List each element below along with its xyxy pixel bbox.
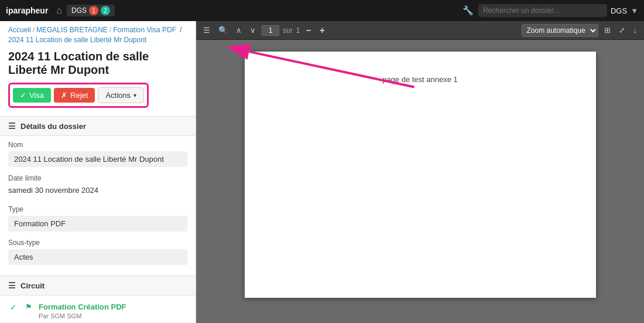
pdf-page-down[interactable]: ∨ (248, 25, 258, 36)
actions-button[interactable]: Actions ▾ (98, 87, 144, 103)
brand-label: iparapheur (6, 6, 48, 15)
actions-highlight-box: ✓ Visa ✗ Rejet Actions ▾ (8, 83, 149, 108)
pdf-zoom-minus[interactable]: − (303, 24, 313, 37)
pdf-zoom-select[interactable]: Zoom automatique 50% 75% 100% 125% 150% … (522, 24, 598, 37)
main-layout: Accueil / MEGALIS BRETAGNE / Formation V… (0, 21, 644, 323)
circuit-list: ✓ ⚑ Formation Création PDF Par SGM SGM L… (0, 295, 196, 323)
circuit-section-header: ☰ Circuit (0, 276, 196, 295)
circuit-item-0-sub2: Le 11 nov. 2024, 11:11:08 (39, 321, 126, 324)
breadcrumb: Accueil / MEGALIS BRETAGNE / Formation V… (0, 21, 196, 46)
breadcrumb-accueil[interactable]: Accueil (8, 26, 31, 34)
page-title: 2024 11 Location de salle Liberté Mr Dup… (0, 46, 196, 83)
type-value: Formation PDF (8, 216, 187, 232)
dgs-badge-label: DGS (71, 6, 87, 15)
wrench-icon[interactable]: 🔧 (463, 5, 474, 16)
actions-caret-icon: ▾ (133, 92, 136, 98)
date-label: Date limite (8, 174, 187, 182)
rejet-label: Rejet (70, 91, 88, 100)
pdf-page-up[interactable]: ∧ (234, 25, 244, 36)
circuit-item-0-sub1: Par SGM SGM (39, 311, 126, 321)
pdf-page: page de test annexe 1 (245, 52, 596, 298)
pdf-toolbar: ☰ 🔍 ∧ ∨ sur 1 − + Zoom automatique 50% 7… (196, 21, 644, 40)
breadcrumb-sep-1: / (33, 26, 35, 34)
circuit-item-0-content: Formation Création PDF Par SGM SGM Le 11… (39, 302, 126, 323)
breadcrumb-sep-3: / (180, 26, 181, 34)
left-panel: Accueil / MEGALIS BRETAGNE / Formation V… (0, 21, 196, 323)
topbar-right: DGS ▼ (478, 4, 638, 17)
soustype-value: Actes (8, 249, 187, 265)
details-section-title: Détails du dossier (20, 122, 86, 131)
pdf-zoom-plus[interactable]: + (317, 24, 327, 37)
notification-badge-teal: 2 (101, 6, 110, 15)
rejet-button[interactable]: ✗ Rejet (54, 88, 95, 103)
pdf-content-area: page de test annexe 1 (196, 40, 644, 323)
search-input[interactable] (478, 4, 607, 17)
type-label: Type (8, 205, 187, 213)
pdf-sidebar-toggle[interactable]: ☰ (201, 25, 213, 36)
soustype-field-group: Sous-type Actes (0, 234, 196, 267)
dgs-user-label: DGS (611, 6, 627, 15)
notification-badge-red: 1 (89, 6, 98, 15)
action-buttons-area: ✓ Visa ✗ Rejet Actions ▾ (0, 83, 196, 116)
details-section-icon: ☰ (8, 121, 16, 131)
pdf-download[interactable]: ↓ (631, 25, 640, 36)
breadcrumb-megalis[interactable]: MEGALIS BRETAGNE (36, 26, 108, 34)
date-value: samedi 30 novembre 2024 (8, 185, 187, 198)
actions-label: Actions (105, 91, 131, 100)
circuit-check-icon: ✓ (8, 302, 19, 312)
visa-icon: ✓ (20, 91, 26, 100)
circuit-item-0: ✓ ⚑ Formation Création PDF Par SGM SGM L… (8, 300, 187, 323)
breadcrumb-formation[interactable]: Formation Visa PDF (113, 26, 176, 34)
dgs-badge[interactable]: DGS 1 2 (67, 5, 115, 16)
home-icon[interactable]: ⌂ (56, 5, 62, 16)
pdf-page-sep: sur (283, 26, 293, 35)
circuit-item-0-name: Formation Création PDF (39, 302, 126, 311)
details-section-header: ☰ Détails du dossier (0, 116, 196, 136)
circuit-section-icon: ☰ (8, 281, 16, 290)
pdf-page-input[interactable] (262, 25, 279, 36)
pdf-viewer: ☰ 🔍 ∧ ∨ sur 1 − + Zoom automatique 50% 7… (196, 21, 644, 323)
circuit-section-title: Circuit (20, 281, 44, 290)
topbar-chevron-icon[interactable]: ▼ (631, 6, 638, 15)
visa-label: Visa (29, 91, 44, 100)
nom-field-group: Nom 2024 11 Location de salle Liberté Mr… (0, 136, 196, 169)
pdf-full-screen[interactable]: ⤢ (616, 25, 628, 36)
pdf-fit-page[interactable]: ⊞ (602, 25, 613, 36)
topbar: iparapheur ⌂ DGS 1 2 🔧 DGS ▼ (0, 0, 644, 21)
type-field-group: Type Formation PDF (0, 200, 196, 234)
pdf-page-total: 1 (296, 26, 300, 35)
breadcrumb-sep-2: / (109, 26, 111, 34)
breadcrumb-current[interactable]: 2024 11 Location de salle Liberté Mr Dup… (8, 36, 146, 44)
date-field-group: Date limite samedi 30 novembre 2024 (0, 169, 196, 200)
pdf-page-text: page de test annexe 1 (382, 75, 458, 84)
circuit-flag-icon: ⚑ (23, 302, 34, 311)
visa-button[interactable]: ✓ Visa (13, 88, 51, 103)
rejet-icon: ✗ (61, 91, 67, 100)
nom-value: 2024 11 Location de salle Liberté Mr Dup… (8, 151, 187, 167)
pdf-zoom-out-toolbar[interactable]: 🔍 (216, 25, 230, 36)
nom-label: Nom (8, 141, 187, 149)
soustype-label: Sous-type (8, 239, 187, 247)
